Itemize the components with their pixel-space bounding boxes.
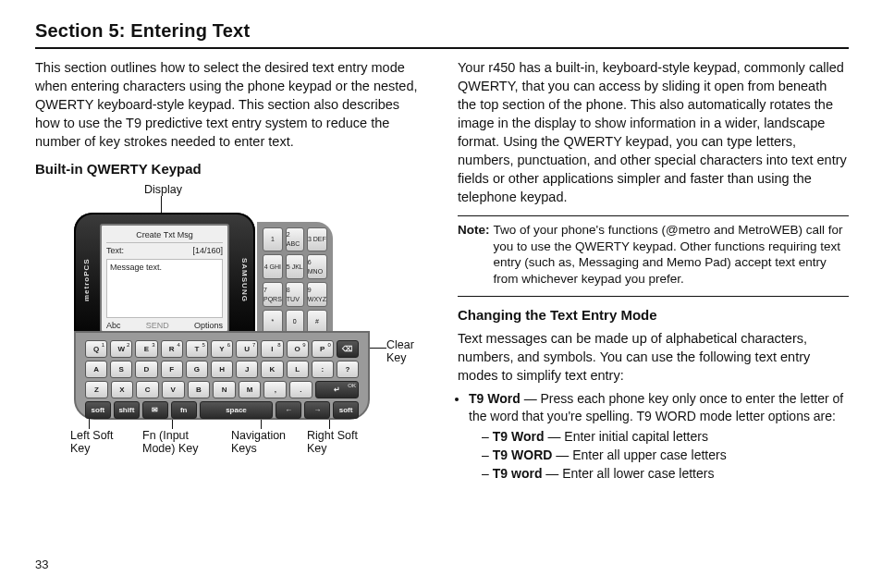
qwerty-key: Q1 — [85, 340, 107, 358]
note-text: Two of your phone's functions (@metro an… — [494, 222, 850, 287]
numpad-key: 4 GHI — [263, 254, 283, 279]
qwerty-key: ↵OK — [315, 381, 359, 398]
qwerty-subhead: Built-in QWERTY Keypad — [35, 160, 426, 179]
qwerty-key: ? — [337, 361, 359, 378]
note-block: Note: Two of your phone's functions (@me… — [458, 222, 849, 287]
t9-option-name: T9 WORD — [493, 447, 553, 462]
screen-body: Message text. — [106, 259, 223, 318]
qwerty-key: D — [135, 361, 157, 378]
phone-illustration: metroPCS SAMSUNG Create Txt Msg Text: [1… — [74, 213, 370, 418]
callout-nav: Navigation Keys — [231, 429, 296, 456]
qwerty-key: X — [111, 381, 134, 398]
key-row: ASDFGHJKL:? — [85, 361, 359, 378]
screen-row: Text: [14/160] — [106, 245, 223, 256]
qwerty-key: G — [186, 361, 208, 378]
manufacturer-brand: SAMSUNG — [237, 229, 250, 331]
two-column-layout: This section outlines how to select the … — [35, 58, 849, 484]
numpad-key: 1 — [263, 227, 283, 252]
manual-page: Section 5: Entering Text This section ou… — [0, 0, 882, 588]
phone-upper: metroPCS SAMSUNG Create Txt Msg Text: [1… — [74, 213, 255, 349]
qwerty-key: . — [289, 381, 312, 398]
mode-subhead: Changing the Text Entry Mode — [458, 306, 849, 325]
key-row: Q1W2E3R4T5Y6U7I8O9P0⌫ — [85, 340, 359, 358]
note-rule-top — [458, 215, 849, 216]
qwerty-key: E3 — [135, 340, 157, 358]
qwerty-key: T5 — [186, 340, 208, 358]
qwerty-keyboard: Q1W2E3R4T5Y6U7I8O9P0⌫ ASDFGHJKL:? ZXCVBN… — [74, 331, 370, 420]
t9-option-name: T9 Word — [493, 429, 545, 444]
note-label: Note: — [458, 222, 494, 287]
t9-option-desc: — Enter all upper case letters — [552, 447, 726, 462]
qwerty-key: U7 — [236, 340, 258, 358]
t9-option-desc: — Enter initial capital letters — [545, 429, 708, 444]
section-title: Section 5: Entering Text — [35, 20, 849, 42]
qwerty-key: soft — [85, 401, 111, 419]
qwerty-description: Your r450 has a built-in, keyboard-style… — [458, 58, 849, 206]
qwerty-key: K — [261, 361, 283, 378]
qwerty-key: : — [312, 361, 334, 378]
qwerty-key: H — [211, 361, 233, 378]
numpad-key: 3 DEF — [307, 227, 327, 252]
qwerty-key: O9 — [287, 340, 309, 358]
qwerty-key: C — [136, 381, 159, 398]
qwerty-key: ✉ — [142, 401, 168, 419]
left-column: This section outlines how to select the … — [35, 58, 426, 484]
screen-text-label: Text: — [106, 245, 124, 256]
t9-option: –T9 Word — Enter initial capital letters — [482, 428, 849, 446]
phone-screen: Create Txt Msg Text: [14/160] Message te… — [100, 224, 229, 333]
qwerty-key: F — [161, 361, 183, 378]
screen-softkey-right: Options — [194, 320, 223, 331]
screen-softkeys: Abc SEND Options — [106, 320, 223, 331]
qwerty-key: J — [236, 361, 258, 378]
right-column: Your r450 has a built-in, keyboard-style… — [458, 58, 849, 484]
qwerty-key: → — [304, 401, 330, 419]
callout-display: Display — [144, 183, 182, 196]
t9-option: –T9 word — Enter all lower case letters — [482, 465, 849, 483]
numpad-key: 2 ABC — [286, 227, 304, 252]
qwerty-key: Y6 — [211, 340, 233, 358]
t9-label: T9 Word — [469, 391, 521, 406]
qwerty-key: M — [239, 381, 262, 398]
qwerty-key: , — [263, 381, 287, 398]
t9-bullet: T9 Word — Press each phone key only once… — [469, 390, 849, 484]
qwerty-key: R4 — [161, 340, 183, 358]
qwerty-key: shift — [114, 401, 140, 419]
screen-char-count: [14/160] — [192, 245, 223, 256]
qwerty-key: fn — [171, 401, 197, 419]
carrier-brand: metroPCS — [81, 229, 94, 331]
qwerty-key: I8 — [261, 340, 283, 358]
qwerty-key: B — [188, 381, 211, 398]
qwerty-key: Z — [85, 381, 108, 398]
callout-rightsoft: Right Soft Key — [307, 429, 362, 456]
callout-leftsoft: Left Soft Key — [70, 429, 122, 456]
qwerty-key: V — [162, 381, 185, 398]
qwerty-figure: Display Clear Key Left Soft Key Fn (Inpu… — [33, 183, 422, 460]
mode-bullet-list: T9 Word — Press each phone key only once… — [458, 390, 849, 484]
qwerty-key: soft — [333, 401, 359, 419]
t9-option-name: T9 word — [493, 466, 543, 481]
mode-intro: Text messages can be made up of alphabet… — [458, 329, 849, 385]
qwerty-key: S — [110, 361, 132, 378]
numpad-key: 9 WXYZ — [307, 282, 327, 307]
qwerty-key: N — [213, 381, 236, 398]
phone-numpad: 1 2 ABC 3 DEF 4 GHI 5 JKL 6 MNO 7 PQRS 8… — [257, 222, 333, 340]
key-row: softshift✉fnspace←→soft — [85, 401, 359, 419]
t9-options: –T9 Word — Enter initial capital letters… — [482, 428, 849, 484]
callout-fn: Fn (Input Mode) Key — [142, 429, 209, 456]
t9-text: — Press each phone key only once to ente… — [469, 391, 843, 423]
numpad-key: 6 MNO — [307, 254, 327, 279]
qwerty-key: W2 — [110, 340, 132, 358]
key-row: ZXCVBNM,.↵OK — [85, 381, 359, 398]
qwerty-key: L — [287, 361, 309, 378]
title-rule — [35, 47, 849, 49]
numpad-key: 7 PQRS — [263, 282, 283, 307]
qwerty-key: A — [85, 361, 107, 378]
callout-clear: Clear Key — [386, 338, 423, 365]
screen-title: Create Txt Msg — [106, 229, 223, 243]
screen-softkey-center: SEND — [146, 320, 169, 331]
qwerty-key: space — [200, 401, 274, 419]
t9-option-desc: — Enter all lower case letters — [542, 466, 714, 481]
qwerty-key: P0 — [312, 340, 334, 358]
note-rule-bottom — [458, 296, 849, 297]
qwerty-key: ⌫ — [337, 340, 359, 358]
